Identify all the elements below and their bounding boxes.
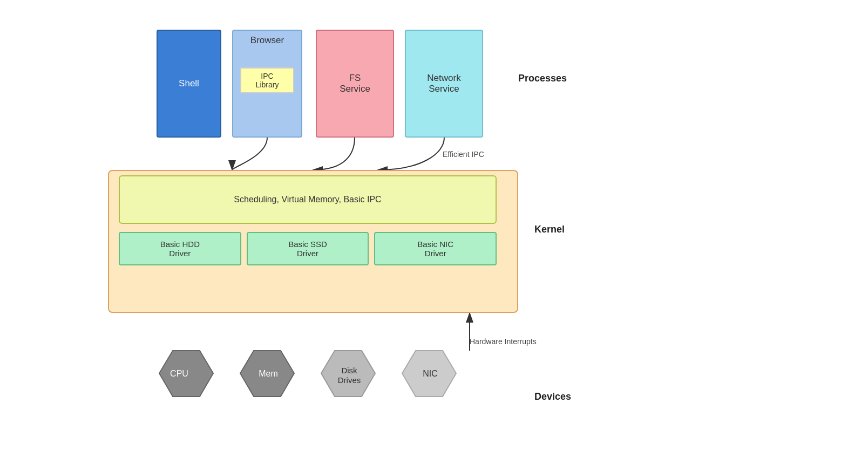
scheduling-label: Scheduling, Virtual Memory, Basic IPC (234, 195, 381, 204)
processes-label: Processes (518, 73, 567, 84)
devices-svg: CPU Mem Disk Drives NIC (130, 345, 497, 437)
network-service-box: NetworkService (405, 30, 483, 138)
hw-interrupts-label: Hardware Interrupts (470, 337, 537, 346)
scheduling-box: Scheduling, Virtual Memory, Basic IPC (119, 175, 497, 224)
browser-box: Browser IPCLibrary (232, 30, 302, 138)
mem-label: Mem (259, 369, 278, 378)
basic-nic-driver-label: Basic NICDriver (417, 240, 453, 258)
basic-ssd-driver-box: Basic SSDDriver (247, 232, 369, 265)
fs-service-label: FSService (340, 73, 370, 94)
driver-row: Basic HDDDriver Basic SSDDriver Basic NI… (119, 232, 497, 265)
browser-label: Browser (238, 35, 297, 46)
nic-label: NIC (423, 369, 438, 378)
basic-hdd-driver-box: Basic HDDDriver (119, 232, 241, 265)
disk-drives-label: Disk (341, 366, 357, 375)
basic-ssd-driver-label: Basic SSDDriver (288, 240, 327, 258)
basic-nic-driver-box: Basic NICDriver (374, 232, 497, 265)
cpu-label: CPU (170, 369, 188, 378)
network-service-label: NetworkService (427, 73, 460, 94)
shell-label: Shell (179, 78, 199, 89)
devices-label: Devices (534, 391, 571, 402)
shell-box: Shell (157, 30, 221, 138)
efficient-ipc-label: Efficient IPC (443, 150, 484, 159)
basic-hdd-driver-label: Basic HDDDriver (160, 240, 200, 258)
fs-service-box: FSService (316, 30, 394, 138)
kernel-label: Kernel (534, 224, 565, 235)
svg-text:Drives: Drives (338, 375, 361, 385)
ipc-library-label: IPCLibrary (256, 72, 279, 89)
ipc-library-box: IPCLibrary (240, 67, 294, 93)
os-architecture-diagram: Shell Browser IPCLibrary FSService Netwo… (0, 0, 868, 458)
